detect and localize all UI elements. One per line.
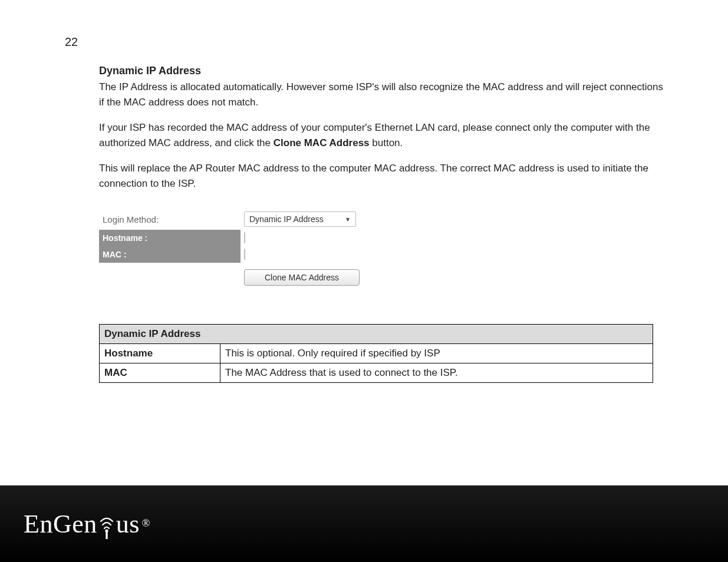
logo-text-1: EnGen [24,509,97,539]
table-row: MAC The MAC Address that is used to conn… [100,363,653,383]
logo-text-2: us [116,509,140,539]
clone-mac-button[interactable]: Clone MAC Address [244,269,360,286]
hostname-input[interactable] [244,232,245,243]
section-title: Dynamic IP Address [99,65,668,77]
hostname-label: Hostname : [99,230,241,246]
wifi-icon [98,513,115,541]
description-table: Dynamic IP Address Hostname This is opti… [99,324,653,383]
registered-icon: ® [142,517,150,530]
footer: EnGen us ® [0,485,728,562]
table-header: Dynamic IP Address [100,325,653,344]
row-key: Hostname [100,344,220,363]
paragraph-1: The IP Address is allocated automaticall… [99,80,668,110]
brand-logo: EnGen us ® [24,509,150,539]
login-method-label: Login Method: [99,209,241,230]
clone-mac-text-bold: Clone MAC Address [274,137,370,148]
login-method-value: Dynamic IP Address [249,214,324,224]
page-number: 22 [65,35,78,49]
row-key: MAC [100,363,220,383]
row-desc: The MAC Address that is used to connect … [220,363,653,383]
row-desc: This is optional. Only required if speci… [220,344,653,363]
mac-input[interactable] [244,249,245,260]
paragraph-2: If your ISP has recorded the MAC address… [99,120,668,150]
svg-point-1 [105,529,108,532]
mac-label: MAC : [99,246,241,263]
paragraph-3: This will replace the AP Router MAC addr… [99,161,668,191]
config-form: Login Method: Dynamic IP Address ▼ Hostn… [99,209,364,289]
login-method-dropdown[interactable]: Dynamic IP Address ▼ [244,211,356,227]
paragraph-2c: button. [370,137,403,148]
content-area: Dynamic IP Address The IP Address is all… [99,65,668,383]
chevron-down-icon: ▼ [345,216,351,223]
table-row: Hostname This is optional. Only required… [100,344,653,363]
